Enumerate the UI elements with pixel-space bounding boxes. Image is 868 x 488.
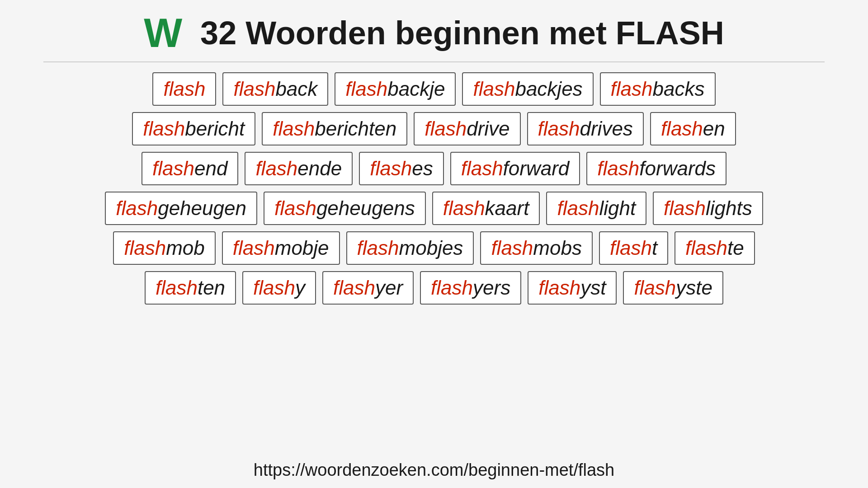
word-suffix: drive <box>467 117 509 140</box>
word-suffix: mobs <box>533 237 582 259</box>
flash-prefix: flash <box>597 157 639 180</box>
flash-prefix: flash <box>491 237 533 259</box>
flash-prefix: flash <box>274 197 316 220</box>
flash-prefix: flash <box>152 157 194 180</box>
word-box-4-1: flashmobje <box>222 231 340 265</box>
word-box-2-4: flashforwards <box>586 152 726 185</box>
word-suffix: yste <box>676 277 712 299</box>
word-box-3-4: flashlights <box>653 192 763 225</box>
word-box-1-0: flashbericht <box>132 112 255 145</box>
flash-prefix: flash <box>611 78 653 100</box>
word-suffix: yst <box>580 277 606 299</box>
page-title: 32 Woorden beginnen met FLASH <box>200 14 724 52</box>
word-box-1-2: flashdrive <box>414 112 520 145</box>
word-suffix: mobje <box>275 237 329 259</box>
flash-prefix: flash <box>431 277 473 299</box>
flash-prefix: flash <box>357 237 399 259</box>
word-box-2-0: flashend <box>142 152 238 185</box>
word-box-4-3: flashmobs <box>480 231 593 265</box>
word-suffix: mob <box>166 237 205 259</box>
word-box-0-4: flashbacks <box>600 72 716 106</box>
w-logo: W <box>144 13 182 53</box>
word-box-5-2: flashyer <box>322 271 414 305</box>
word-box-0-3: flashbackjes <box>462 72 593 106</box>
word-suffix: mobjes <box>399 237 463 259</box>
word-suffix: back <box>275 78 317 100</box>
word-box-3-0: flashgeheugen <box>105 192 257 225</box>
flash-prefix: flash <box>333 277 375 299</box>
flash-prefix: flash <box>443 197 485 220</box>
word-box-4-2: flashmobjes <box>346 231 474 265</box>
word-suffix: kaart <box>485 197 529 220</box>
word-suffix: forwards <box>639 157 716 180</box>
flash-prefix: flash <box>610 237 652 259</box>
page-header: W 32 Woorden beginnen met FLASH <box>0 0 868 61</box>
word-box-5-1: flashy <box>242 271 316 305</box>
word-row-5: flashtenflashyflashyerflashyersflashystf… <box>145 271 723 305</box>
word-box-0-0: flash <box>152 72 216 106</box>
flash-prefix: flash <box>425 117 467 140</box>
word-suffix: yers <box>473 277 510 299</box>
word-box-2-1: flashende <box>245 152 353 185</box>
word-suffix: yer <box>375 277 403 299</box>
word-row-2: flashendflashendeflashesflashforwardflas… <box>142 152 726 185</box>
word-row-3: flashgeheugenflashgeheugensflashkaartfla… <box>105 192 763 225</box>
word-suffix: backs <box>653 78 705 100</box>
word-box-1-3: flashdrives <box>527 112 644 145</box>
flash-prefix: flash <box>473 78 515 100</box>
flash-prefix: flash <box>233 78 275 100</box>
flash-prefix: flash <box>634 277 676 299</box>
words-container: flashflashbackflashbackjeflashbackjesfla… <box>0 72 868 305</box>
word-suffix: en <box>703 117 725 140</box>
word-suffix: geheugen <box>158 197 246 220</box>
word-suffix: berichten <box>315 117 396 140</box>
word-suffix: ende <box>297 157 342 180</box>
word-suffix: y <box>295 277 305 299</box>
word-box-5-5: flashyste <box>623 271 723 305</box>
flash-prefix: flash <box>116 197 158 220</box>
word-box-5-3: flashyers <box>420 271 521 305</box>
word-suffix: te <box>727 237 744 259</box>
footer-url: https://woordenzoeken.com/beginnen-met/f… <box>254 452 614 488</box>
flash-prefix: flash <box>664 197 706 220</box>
flash-prefix: flash <box>370 157 412 180</box>
word-suffix: es <box>412 157 433 180</box>
word-suffix: forward <box>503 157 570 180</box>
header-divider <box>43 61 825 62</box>
flash-prefix: flash <box>345 78 387 100</box>
word-row-0: flashflashbackflashbackjeflashbackjesfla… <box>152 72 715 106</box>
word-suffix: backje <box>387 78 445 100</box>
word-suffix: ten <box>198 277 225 299</box>
word-suffix: backjes <box>515 78 582 100</box>
flash-prefix: flash <box>557 197 599 220</box>
word-suffix: t <box>652 237 657 259</box>
word-box-4-5: flashte <box>675 231 755 265</box>
word-suffix: drives <box>580 117 633 140</box>
word-suffix: bericht <box>185 117 245 140</box>
word-row-4: flashmobflashmobjeflashmobjesflashmobsfl… <box>113 231 755 265</box>
word-box-0-1: flashback <box>222 72 328 106</box>
word-suffix: light <box>599 197 636 220</box>
flash-prefix: flash <box>538 117 580 140</box>
flash-prefix: flash <box>124 237 166 259</box>
word-box-2-2: flashes <box>359 152 443 185</box>
flash-prefix: flash <box>163 78 205 100</box>
flash-prefix: flash <box>685 237 727 259</box>
word-suffix: geheugens <box>316 197 415 220</box>
flash-prefix: flash <box>233 237 275 259</box>
word-suffix: lights <box>706 197 752 220</box>
flash-prefix: flash <box>143 117 185 140</box>
word-box-3-2: flashkaart <box>432 192 540 225</box>
flash-prefix: flash <box>273 117 315 140</box>
word-box-2-3: flashforward <box>450 152 580 185</box>
word-box-4-4: flasht <box>599 231 668 265</box>
word-box-3-1: flashgeheugens <box>264 192 426 225</box>
flash-prefix: flash <box>538 277 580 299</box>
word-row-1: flashberichtflashberichtenflashdriveflas… <box>132 112 736 145</box>
flash-prefix: flash <box>661 117 703 140</box>
flash-prefix: flash <box>253 277 295 299</box>
flash-prefix: flash <box>156 277 198 299</box>
word-box-5-0: flashten <box>145 271 236 305</box>
word-box-4-0: flashmob <box>113 231 216 265</box>
word-suffix: end <box>194 157 227 180</box>
